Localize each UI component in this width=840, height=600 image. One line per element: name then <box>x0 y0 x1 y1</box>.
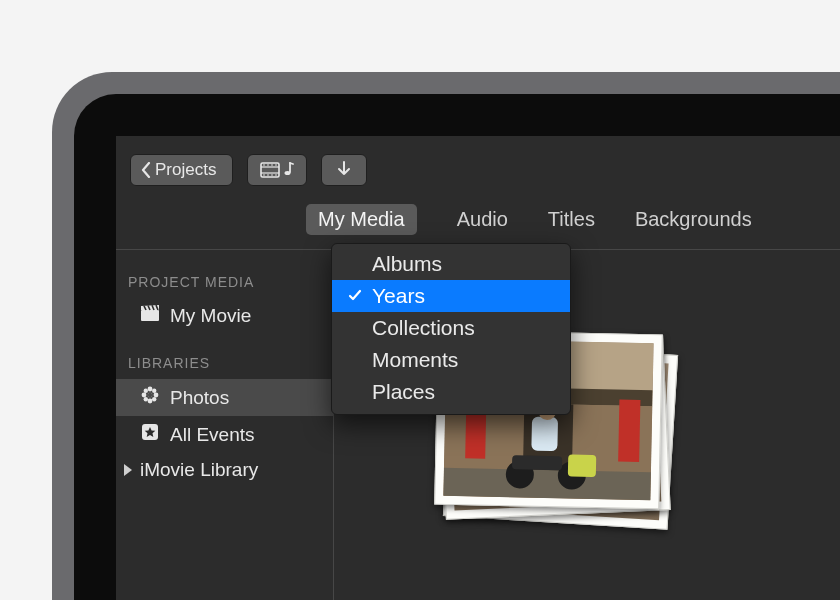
sidebar-item-label: iMovie Library <box>140 459 258 481</box>
svg-point-9 <box>272 174 274 176</box>
svg-point-15 <box>148 399 153 404</box>
svg-point-10 <box>276 174 278 176</box>
menu-item-albums[interactable]: Albums <box>332 248 570 280</box>
clapperboard-icon <box>140 304 160 327</box>
chevron-left-icon <box>141 162 151 178</box>
menu-item-years[interactable]: Years <box>332 280 570 312</box>
svg-point-22 <box>148 393 152 397</box>
import-button[interactable] <box>321 154 367 186</box>
svg-point-21 <box>152 397 156 401</box>
media-browser-button[interactable] <box>247 154 307 186</box>
star-square-icon <box>140 422 160 447</box>
svg-point-18 <box>144 389 148 393</box>
back-button-label: Projects <box>155 160 216 180</box>
sidebar-item-label: My Movie <box>170 305 251 327</box>
toolbar: Projects <box>116 136 840 204</box>
filmstrip-music-icon <box>260 160 294 180</box>
svg-point-11 <box>285 171 291 175</box>
menu-item-label: Collections <box>372 316 475 340</box>
sidebar-item-my-movie[interactable]: My Movie <box>116 298 333 333</box>
svg-point-17 <box>154 393 159 398</box>
sidebar-item-imovie-library[interactable]: iMovie Library <box>116 453 333 487</box>
menu-item-places[interactable]: Places <box>332 376 570 408</box>
menu-item-label: Moments <box>372 348 458 372</box>
svg-point-16 <box>142 393 147 398</box>
svg-point-4 <box>268 164 270 166</box>
photos-flower-icon <box>140 385 160 410</box>
tab-titles[interactable]: Titles <box>548 208 595 231</box>
sidebar-item-all-events[interactable]: All Events <box>116 416 333 453</box>
section-header-project-media: PROJECT MEDIA <box>116 266 333 298</box>
menu-item-moments[interactable]: Moments <box>332 344 570 376</box>
sidebar-item-label: All Events <box>170 424 254 446</box>
disclosure-triangle-icon[interactable] <box>124 464 132 476</box>
tab-backgrounds[interactable]: Backgrounds <box>635 208 752 231</box>
sidebar: PROJECT MEDIA My Movie LIBRARIES <box>116 250 334 600</box>
view-mode-dropdown[interactable]: Albums Years Collections Moments Places <box>331 243 571 415</box>
svg-point-3 <box>264 164 266 166</box>
sidebar-item-label: Photos <box>170 387 229 409</box>
svg-point-5 <box>272 164 274 166</box>
svg-point-14 <box>148 387 153 392</box>
sidebar-item-photos[interactable]: Photos <box>116 379 333 416</box>
svg-rect-12 <box>141 310 159 321</box>
menu-item-label: Places <box>372 380 435 404</box>
tab-my-media[interactable]: My Media <box>306 204 417 235</box>
back-projects-button[interactable]: Projects <box>130 154 233 186</box>
download-arrow-icon <box>334 161 354 179</box>
svg-point-7 <box>264 174 266 176</box>
check-icon <box>346 289 364 303</box>
svg-point-8 <box>268 174 270 176</box>
menu-item-label: Albums <box>372 252 442 276</box>
svg-point-20 <box>144 397 148 401</box>
tab-audio[interactable]: Audio <box>457 208 508 231</box>
svg-point-19 <box>152 389 156 393</box>
menu-item-collections[interactable]: Collections <box>332 312 570 344</box>
svg-point-6 <box>276 164 278 166</box>
menu-item-label: Years <box>372 284 425 308</box>
section-header-libraries: LIBRARIES <box>116 347 333 379</box>
